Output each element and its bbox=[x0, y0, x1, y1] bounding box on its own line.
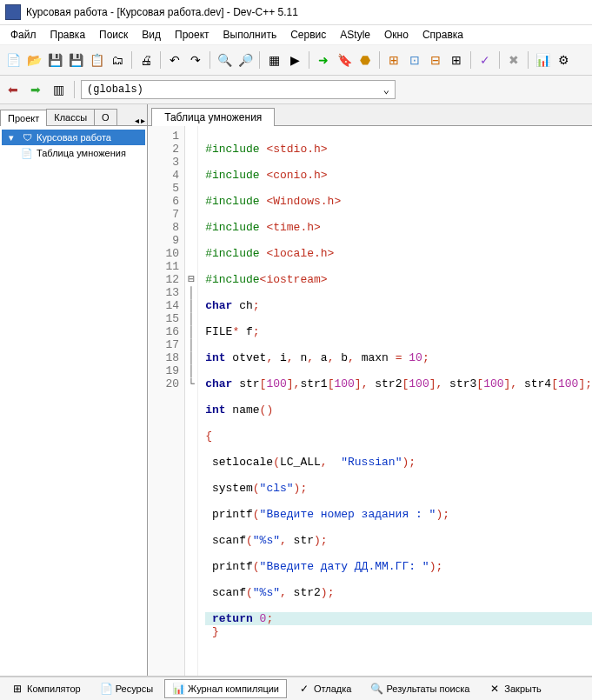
bottom-tab-resources[interactable]: 📄Ресурсы bbox=[92, 679, 161, 698]
save-all-icon[interactable]: 💾 bbox=[66, 50, 85, 70]
redo-icon[interactable]: ↷ bbox=[186, 50, 205, 70]
toolbar-main: 📄 📂 💾 💾 📋 🗂 🖨 ↶ ↷ 🔍 🔎 ▦ ▶ ➜ 🔖 ⬣ ⊞ ⊡ ⊟ ⊞ … bbox=[0, 45, 592, 76]
undo-icon[interactable]: ↶ bbox=[165, 50, 184, 70]
title-bar: Курсовая работа - [Курсовая работа.dev] … bbox=[0, 0, 592, 25]
grid3-icon[interactable]: ⊟ bbox=[426, 50, 445, 70]
code-content[interactable]: #include <stdio.h> #include <conio.h> #i… bbox=[198, 126, 592, 676]
editor-area: Таблица умножения 1234567891011121314151… bbox=[148, 104, 592, 676]
code-editor[interactable]: 1234567891011121314151617181920 ⊟│││││││… bbox=[148, 126, 592, 676]
sidebar-tabs: Проект Классы О ◂ ▸ bbox=[0, 104, 147, 126]
tree-child-label: Таблица умножения bbox=[37, 148, 126, 158]
bottom-tabs: ⊞Компилятор 📄Ресурсы 📊Журнал компиляции … bbox=[0, 676, 592, 700]
save-icon[interactable]: 💾 bbox=[45, 50, 64, 70]
globals-dropdown[interactable]: (globals) ⌄ bbox=[81, 80, 396, 99]
insert-icon[interactable]: ➜ bbox=[314, 50, 333, 70]
save-as-icon[interactable]: 📋 bbox=[87, 50, 106, 70]
window-title: Курсовая работа - [Курсовая работа.dev] … bbox=[26, 6, 298, 18]
menu-search[interactable]: Поиск bbox=[92, 27, 135, 43]
menu-view[interactable]: Вид bbox=[135, 27, 168, 43]
menu-astyle[interactable]: AStyle bbox=[333, 27, 377, 43]
run-icon[interactable]: ▶ bbox=[285, 50, 304, 70]
chart-icon[interactable]: 📊 bbox=[533, 50, 552, 70]
check-icon[interactable]: ✓ bbox=[476, 50, 495, 70]
sidebar-tab-debug[interactable]: О bbox=[94, 109, 117, 125]
chevron-down-icon: ⌄ bbox=[383, 83, 389, 97]
menu-help[interactable]: Справка bbox=[416, 27, 470, 43]
menu-project[interactable]: Проект bbox=[168, 27, 216, 43]
menu-window[interactable]: Окно bbox=[377, 27, 416, 43]
close-icon[interactable]: 🗂 bbox=[108, 50, 127, 70]
find-icon: 🔍 bbox=[370, 683, 382, 695]
grid4-icon[interactable]: ⊞ bbox=[447, 50, 466, 70]
grid2-icon[interactable]: ⊡ bbox=[405, 50, 424, 70]
menu-tools[interactable]: Сервис bbox=[283, 27, 333, 43]
tab-right-icon[interactable]: ▸ bbox=[141, 116, 145, 125]
app-icon bbox=[5, 4, 21, 20]
goto-icon[interactable]: ⬣ bbox=[356, 50, 375, 70]
sidebar-tab-project[interactable]: Проект bbox=[0, 110, 47, 126]
close-icon: ✕ bbox=[489, 683, 501, 695]
menu-edit[interactable]: Правка bbox=[43, 27, 93, 43]
members-icon[interactable]: ▥ bbox=[49, 80, 68, 99]
expand-icon: ▾ bbox=[5, 131, 17, 143]
gear-icon[interactable]: ⚙ bbox=[554, 50, 573, 70]
cancel-icon[interactable]: ✖ bbox=[504, 50, 523, 70]
grid1-icon[interactable]: ⊞ bbox=[384, 50, 403, 70]
project-tree: ▾ 🛡 Курсовая работа 📄 Таблица умножения bbox=[0, 126, 147, 676]
chart-icon: 📊 bbox=[172, 683, 184, 695]
bottom-tab-search-results[interactable]: 🔍Результаты поиска bbox=[363, 679, 477, 698]
new-file-icon[interactable]: 📄 bbox=[3, 50, 23, 70]
menu-run[interactable]: Выполнить bbox=[216, 27, 284, 43]
editor-tab[interactable]: Таблица умножения bbox=[151, 108, 275, 126]
sidebar-tab-classes[interactable]: Классы bbox=[46, 109, 95, 125]
globals-label: (globals) bbox=[87, 83, 143, 96]
file-icon: 📄 bbox=[21, 147, 33, 159]
compile-icon[interactable]: ▦ bbox=[264, 50, 283, 70]
menu-bar: Файл Правка Поиск Вид Проект Выполнить С… bbox=[0, 25, 592, 45]
tree-root[interactable]: ▾ 🛡 Курсовая работа bbox=[2, 130, 145, 145]
tree-root-label: Курсовая работа bbox=[37, 132, 111, 143]
fold-column: ⊟│││││││└ bbox=[185, 126, 198, 676]
page-icon: 📄 bbox=[100, 683, 112, 695]
back-icon[interactable]: ⬅ bbox=[3, 80, 23, 99]
bottom-tab-close[interactable]: ✕Закрыть bbox=[481, 679, 549, 698]
open-icon[interactable]: 📂 bbox=[24, 50, 43, 70]
tab-left-icon[interactable]: ◂ bbox=[135, 116, 139, 125]
bottom-tab-compile-log[interactable]: 📊Журнал компиляции bbox=[164, 679, 287, 698]
menu-file[interactable]: Файл bbox=[3, 27, 43, 43]
bookmark-icon[interactable]: 🔖 bbox=[335, 50, 354, 70]
bottom-tab-compiler[interactable]: ⊞Компилятор bbox=[3, 679, 89, 698]
check-icon: ✓ bbox=[298, 683, 310, 695]
find-icon[interactable]: 🔍 bbox=[215, 50, 234, 70]
project-icon: 🛡 bbox=[21, 131, 33, 143]
tree-child[interactable]: 📄 Таблица умножения bbox=[2, 145, 145, 161]
toolbar-sub: ⬅ ➡ ▥ (globals) ⌄ bbox=[0, 76, 592, 104]
line-gutter: 1234567891011121314151617181920 bbox=[148, 126, 185, 676]
bottom-tab-debug[interactable]: ✓Отладка bbox=[290, 679, 359, 698]
replace-icon[interactable]: 🔎 bbox=[236, 50, 255, 70]
forward-icon[interactable]: ➡ bbox=[26, 80, 45, 99]
grid-icon: ⊞ bbox=[11, 683, 23, 695]
fold-icon[interactable]: ⊟ bbox=[185, 273, 197, 286]
print-icon[interactable]: 🖨 bbox=[136, 50, 156, 70]
sidebar: Проект Классы О ◂ ▸ ▾ 🛡 Курсовая работа … bbox=[0, 104, 148, 676]
